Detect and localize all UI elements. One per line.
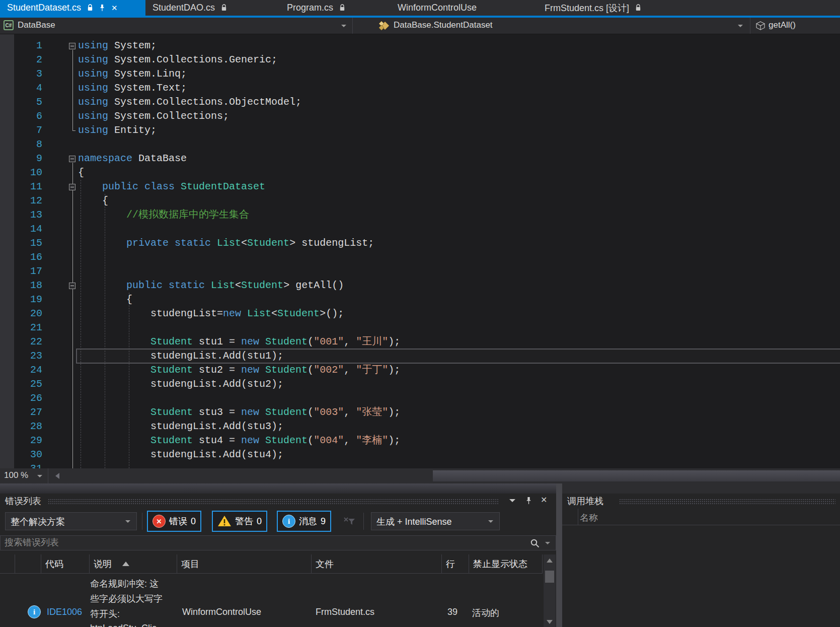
code-text: using System.Collections.Generic; — [78, 53, 277, 67]
code-line-23[interactable]: 23 studengList.Add(stu1); — [0, 349, 840, 363]
horizontal-scrollbar-thumb[interactable] — [433, 470, 840, 481]
code-line-10[interactable]: 10{ — [0, 166, 840, 180]
close-icon[interactable]: ✕ — [111, 4, 118, 12]
scope-filter-dropdown[interactable]: 整个解决方案 — [5, 512, 137, 530]
line-number: 20 — [14, 307, 42, 321]
line-number: 8 — [14, 137, 42, 152]
search-icon[interactable] — [530, 538, 540, 550]
panel-top-band-right — [556, 483, 840, 494]
row-code[interactable]: IDE1006 — [47, 607, 82, 617]
code-line-3[interactable]: 3using System.Linq; — [0, 67, 840, 81]
code-line-30[interactable]: 30 studengList.Add(stu4); — [0, 448, 840, 462]
column-header-label: 说明 — [94, 558, 112, 570]
code-line-28[interactable]: 28 studengList.Add(stu3); — [0, 420, 840, 434]
lock-icon — [221, 4, 227, 12]
code-line-27[interactable]: 27 Student stu3 = new Student("003", "张莹… — [0, 405, 840, 420]
source-filter-dropdown[interactable]: 生成 + IntelliSense — [371, 512, 500, 530]
code-line-29[interactable]: 29 Student stu4 = new Student("004", "李楠… — [0, 434, 840, 448]
column-header-项目[interactable]: 项目 — [177, 554, 312, 573]
line-number: 19 — [14, 293, 42, 307]
code-line-11[interactable]: 11 public class StudentDataset — [0, 180, 840, 194]
code-line-6[interactable]: 6using System.Collections; — [0, 109, 840, 123]
panel-drag-handle[interactable] — [48, 499, 498, 505]
fold-collapse-icon[interactable] — [69, 156, 75, 162]
document-tab-4[interactable]: WinformControlUse — [391, 0, 484, 16]
line-number: 23 — [14, 349, 42, 363]
pin-icon[interactable] — [99, 4, 105, 12]
code-line-2[interactable]: 2using System.Collections.Generic; — [0, 53, 840, 67]
code-line-25[interactable]: 25 studengList.Add(stu2); — [0, 377, 840, 391]
lock-icon — [635, 4, 641, 12]
scroll-down-icon[interactable] — [547, 620, 553, 624]
column-header-行[interactable]: 行 — [442, 554, 469, 573]
code-line-17[interactable]: 17 — [0, 264, 840, 278]
member-dropdown[interactable]: getAll() — [750, 18, 840, 34]
code-line-19[interactable]: 19 { — [0, 293, 840, 307]
scroll-up-icon[interactable] — [547, 559, 553, 563]
panel-splitter[interactable] — [556, 483, 562, 627]
code-line-16[interactable]: 16 — [0, 250, 840, 264]
call-stack-column-name[interactable]: 名称 — [580, 512, 598, 524]
line-number: 2 — [14, 53, 42, 67]
document-tab-1[interactable]: StudentDataset.cs✕ — [0, 0, 145, 16]
column-header-代码[interactable]: 代码 — [41, 554, 90, 573]
code-text: Student stu4 = new Student("004", "李楠"); — [78, 434, 400, 448]
code-line-4[interactable]: 4using System.Text; — [0, 81, 840, 95]
column-header-label: 禁止显示状态 — [473, 558, 527, 570]
error-list-row[interactable]: 命名规则冲突: 这些字必须以大写字符开头:btnLoadStu_CliciIDE… — [0, 574, 543, 627]
line-number: 1 — [14, 39, 42, 53]
type-dropdown[interactable]: DataBase.StudentDataset — [352, 18, 750, 34]
code-line-14[interactable]: 14 — [0, 222, 840, 236]
code-line-21[interactable]: 21 — [0, 321, 840, 335]
fold-collapse-icon[interactable] — [69, 43, 75, 49]
project-dropdown[interactable]: C# DataBase — [0, 18, 352, 34]
fold-collapse-icon[interactable] — [69, 184, 75, 190]
close-icon[interactable]: ✕ — [541, 495, 547, 505]
document-tab-2[interactable]: StudentDAO.cs — [145, 0, 234, 16]
document-tab-5[interactable]: FrmStudent.cs [设计] — [538, 0, 648, 16]
code-line-9[interactable]: 9namespace DataBase — [0, 152, 840, 166]
code-line-22[interactable]: 22 Student stu1 = new Student("001", "王川… — [0, 335, 840, 349]
column-header-label: 文件 — [316, 558, 334, 570]
code-line-1[interactable]: 1using System; — [0, 39, 840, 53]
messages-filter-button[interactable]: i 消息 9 — [277, 511, 331, 532]
code-line-18[interactable]: 18 public static List<Student> getAll() — [0, 278, 840, 293]
line-number: 7 — [14, 123, 42, 137]
code-line-26[interactable]: 26 — [0, 391, 840, 405]
code-line-7[interactable]: 7using Entity; — [0, 123, 840, 137]
zoom-level-dropdown[interactable]: 100 % — [0, 468, 48, 483]
chevron-down-icon[interactable] — [509, 499, 515, 502]
line-number: 17 — [14, 264, 42, 278]
clear-filter-icon[interactable] — [343, 516, 355, 528]
code-line-15[interactable]: 15 private static List<Student> studengL… — [0, 236, 840, 250]
scroll-left-icon[interactable] — [55, 473, 59, 479]
warnings-filter-button[interactable]: 警告 0 — [212, 511, 267, 532]
fold-collapse-icon[interactable] — [69, 283, 75, 289]
code-line-8[interactable]: 8 — [0, 137, 840, 152]
vertical-scrollbar-thumb[interactable] — [545, 571, 554, 583]
row-suppression-state: 活动的 — [472, 607, 499, 619]
errors-filter-button[interactable]: ✕ 错误 0 — [147, 511, 201, 532]
code-text: studengList=new List<Student>(); — [78, 307, 344, 321]
code-line-20[interactable]: 20 studengList=new List<Student>(); — [0, 307, 840, 321]
chevron-down-icon — [738, 25, 743, 27]
code-line-12[interactable]: 12 { — [0, 194, 840, 208]
column-header-禁止显示状态[interactable]: 禁止显示状态 — [469, 554, 543, 573]
document-tab-3[interactable]: Program.cs — [280, 0, 352, 16]
pin-icon[interactable] — [525, 497, 532, 507]
column-header-文件[interactable]: 文件 — [312, 554, 442, 573]
search-input[interactable] — [4, 537, 459, 548]
error-table-scrollbar[interactable] — [544, 554, 556, 627]
panel-drag-handle[interactable] — [619, 499, 835, 505]
chevron-down-icon[interactable] — [545, 542, 550, 544]
csharp-project-icon: C# — [4, 20, 14, 30]
code-line-13[interactable]: 13 //模拟数据库中的学生集合 — [0, 208, 840, 222]
code-editor[interactable]: 1using System;2using System.Collections.… — [0, 34, 840, 468]
code-text: { — [78, 194, 108, 208]
column-header-blank-0[interactable] — [0, 554, 15, 573]
code-line-31[interactable]: 31 — [0, 462, 840, 468]
code-line-24[interactable]: 24 Student stu2 = new Student("002", "于丁… — [0, 363, 840, 377]
column-header-说明[interactable]: 说明 — [90, 554, 177, 573]
code-line-5[interactable]: 5using System.Collections.ObjectModel; — [0, 95, 840, 109]
column-header-blank-1[interactable] — [15, 554, 41, 573]
